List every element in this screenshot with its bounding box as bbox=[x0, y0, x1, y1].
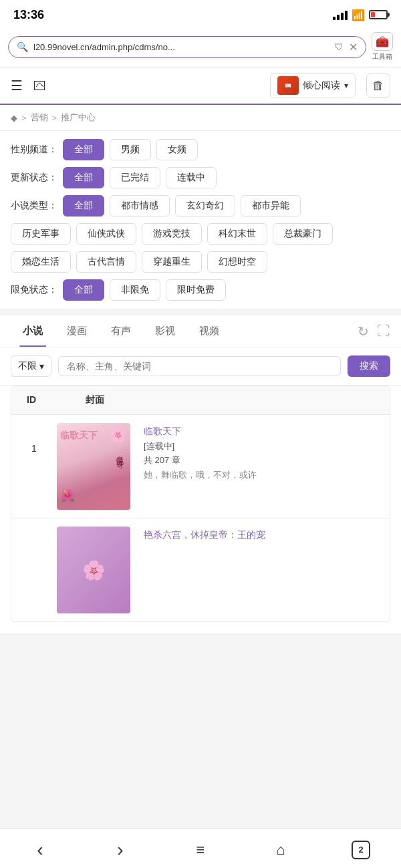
search-button[interactable]: 搜索 bbox=[348, 355, 390, 377]
forward-button[interactable]: › bbox=[104, 838, 137, 862]
home-button[interactable]: ⌂ bbox=[264, 838, 297, 862]
type-btn-reborn[interactable]: 穿越重生 bbox=[142, 251, 202, 273]
novel-title-2[interactable]: 艳杀六宫，休掉皇帝：王的宠 bbox=[144, 529, 384, 541]
shield-icon: 🛡 bbox=[334, 41, 344, 52]
tabs-button[interactable]: 2 bbox=[344, 838, 378, 862]
battery-icon bbox=[369, 10, 388, 19]
type-btn-dreamtime[interactable]: 幻想时空 bbox=[207, 251, 267, 273]
type-btn-fantasy[interactable]: 玄幻奇幻 bbox=[175, 195, 235, 216]
type-btn-romance[interactable]: 婚恋生活 bbox=[11, 251, 71, 273]
dropdown-chevron-icon: ▾ bbox=[39, 361, 44, 372]
url-close-icon[interactable]: ✕ bbox=[349, 41, 358, 53]
free-filter-label: 限免状态： bbox=[11, 284, 57, 296]
dropdown-arrow-icon: ▾ bbox=[344, 81, 348, 90]
update-btn-completed[interactable]: 已完结 bbox=[110, 167, 160, 188]
search-input[interactable] bbox=[58, 356, 341, 376]
tab-manga[interactable]: 漫画 bbox=[55, 315, 99, 347]
type-btn-ceo[interactable]: 总裁豪门 bbox=[273, 223, 333, 245]
url-bar[interactable]: 🔍 l20.99novel.cn/admin.php/cdms/no... 🛡 … bbox=[8, 36, 366, 58]
col-info bbox=[138, 386, 390, 414]
update-btn-ongoing[interactable]: 连载中 bbox=[166, 167, 217, 188]
free-btn-limited-free[interactable]: 限时免费 bbox=[166, 279, 226, 301]
novel-chapters: 共 207 章 bbox=[144, 454, 384, 466]
type-btn-game[interactable]: 游戏竞技 bbox=[142, 223, 202, 245]
gender-btn-female[interactable]: 女频 bbox=[156, 139, 198, 160]
type-filter-row-1: 小说类型： 全部 都市情感 玄幻奇幻 都市异能 bbox=[11, 195, 390, 216]
back-button[interactable]: ‹ bbox=[23, 838, 57, 862]
breadcrumb: ◆ > 营销 > 推广中心 bbox=[0, 105, 401, 131]
status-time: 13:36 bbox=[13, 8, 44, 22]
type-btn-history[interactable]: 历史军事 bbox=[11, 223, 71, 245]
row-id: 1 bbox=[11, 423, 51, 454]
type-filter-row-3: 婚恋生活 古代言情 穿越重生 幻想时空 bbox=[11, 251, 390, 273]
tabs-bar: 小说 漫画 有声 影视 视频 ↻ ⛶ bbox=[0, 315, 401, 347]
results-table: ID 封面 1 🌸 🌺 临歌天下 音悦传奇 临歌天下 bbox=[11, 386, 390, 622]
refresh-icon[interactable]: ↻ bbox=[358, 323, 369, 339]
breadcrumb-home-icon: ◆ bbox=[11, 113, 17, 123]
tab-novel[interactable]: 小说 bbox=[11, 315, 55, 347]
type-btn-ancient[interactable]: 古代言情 bbox=[76, 251, 136, 273]
gender-btn-male[interactable]: 男频 bbox=[110, 139, 151, 160]
cover-image-2: 🌸 bbox=[57, 527, 130, 613]
url-text: l20.99novel.cn/admin.php/cdms/no... bbox=[33, 42, 329, 52]
update-filter-row: 更新状态： 全部 已完结 连载中 bbox=[11, 167, 390, 188]
gender-btn-all[interactable]: 全部 bbox=[63, 139, 104, 160]
col-id: ID bbox=[11, 386, 51, 414]
toolbox-icon: 🧰 bbox=[372, 32, 393, 51]
expand-icon[interactable]: ⛶ bbox=[377, 323, 390, 339]
novel-status: [连载中] bbox=[144, 440, 384, 452]
toolbox-label: 工具箱 bbox=[372, 52, 392, 61]
row-info-2: 艳杀六宫，休掉皇帝：王的宠 bbox=[138, 527, 390, 547]
row-info: 临歌天下 [连载中] 共 207 章 她，舞临歌，哦，不对，或许 bbox=[138, 423, 390, 484]
gender-filter-label: 性别频道： bbox=[11, 144, 57, 156]
search-row: 不限 ▾ 搜索 bbox=[0, 347, 401, 386]
nav-bar: ☰ ⮹ 📖 倾心阅读 ▾ 🗑 bbox=[0, 67, 401, 105]
type-btn-urban-power[interactable]: 都市异能 bbox=[241, 195, 301, 216]
toolbox-button[interactable]: 🧰 工具箱 bbox=[372, 32, 393, 61]
back-icon: ‹ bbox=[37, 839, 43, 861]
type-btn-scifi[interactable]: 科幻末世 bbox=[207, 223, 267, 245]
breadcrumb-sep-1: > bbox=[21, 113, 27, 123]
home-icon: ⌂ bbox=[276, 841, 285, 859]
novel-title[interactable]: 临歌天下 bbox=[144, 426, 384, 438]
row-cover: 🌸 bbox=[51, 527, 138, 613]
type-btn-urban[interactable]: 都市情感 bbox=[110, 195, 170, 216]
tab-video[interactable]: 视频 bbox=[187, 315, 231, 347]
table-row: 🌸 艳杀六宫，休掉皇帝：王的宠 bbox=[11, 519, 390, 621]
breadcrumb-marketing[interactable]: 营销 bbox=[31, 112, 48, 124]
free-btn-all[interactable]: 全部 bbox=[63, 279, 104, 301]
table-header: ID 封面 bbox=[11, 386, 390, 415]
bottom-nav: ‹ › ≡ ⌂ 2 bbox=[0, 828, 401, 868]
delete-button[interactable]: 🗑 bbox=[366, 74, 390, 98]
novel-desc: 她，舞临歌，哦，不对，或许 bbox=[144, 468, 384, 482]
free-btn-non-free[interactable]: 非限免 bbox=[110, 279, 160, 301]
table-wrapper: ID 封面 1 🌸 🌺 临歌天下 音悦传奇 临歌天下 bbox=[0, 386, 401, 633]
hamburger-icon[interactable]: ☰ bbox=[11, 78, 23, 94]
menu-button[interactable]: ≡ bbox=[184, 838, 217, 862]
grid-icon[interactable]: ⮹ bbox=[33, 78, 47, 94]
tab-audio[interactable]: 有声 bbox=[99, 315, 143, 347]
type-btn-xianxia[interactable]: 仙侠武侠 bbox=[76, 223, 136, 245]
brand-button[interactable]: 📖 倾心阅读 ▾ bbox=[270, 73, 356, 98]
update-btn-all[interactable]: 全部 bbox=[63, 167, 104, 188]
type-btn-all[interactable]: 全部 bbox=[63, 195, 104, 216]
breadcrumb-current: 推广中心 bbox=[61, 112, 96, 124]
browser-bar: 🔍 l20.99novel.cn/admin.php/cdms/no... 🛡 … bbox=[0, 27, 401, 67]
tab-film[interactable]: 影视 bbox=[143, 315, 187, 347]
col-cover: 封面 bbox=[51, 386, 138, 414]
dropdown-label: 不限 bbox=[18, 360, 37, 372]
update-filter-label: 更新状态： bbox=[11, 172, 57, 184]
type-filter-row-2: 历史军事 仙侠武侠 游戏竞技 科幻末世 总裁豪门 bbox=[11, 223, 390, 245]
row-cover: 🌸 🌺 临歌天下 音悦传奇 bbox=[51, 423, 138, 510]
brand-name: 倾心阅读 bbox=[303, 80, 340, 92]
status-icons: 📶 bbox=[333, 9, 388, 21]
search-dropdown[interactable]: 不限 ▾ bbox=[11, 355, 51, 377]
cover-image-1: 🌸 🌺 临歌天下 音悦传奇 bbox=[57, 423, 130, 510]
gender-filter-row: 性别频道： 全部 男频 女频 bbox=[11, 139, 390, 160]
menu-icon: ≡ bbox=[196, 841, 205, 859]
table-row: 1 🌸 🌺 临歌天下 音悦传奇 临歌天下 [连载中] 共 207 章 她，舞临歌… bbox=[11, 415, 390, 519]
content-area: 小说 漫画 有声 影视 视频 ↻ ⛶ 不限 ▾ 搜索 ID 封面 1 bbox=[0, 315, 401, 633]
row-id bbox=[11, 527, 51, 547]
type-filter-label: 小说类型： bbox=[11, 200, 57, 212]
status-bar: 13:36 📶 bbox=[0, 0, 401, 27]
